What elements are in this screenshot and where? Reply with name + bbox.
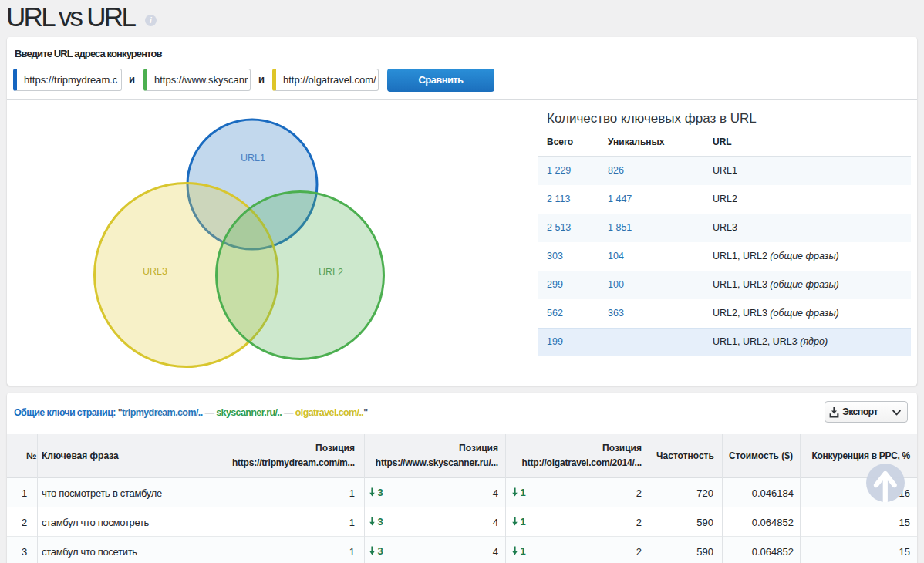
svg-text:URL3: URL3	[143, 266, 167, 277]
svg-text:URL1: URL1	[241, 153, 265, 164]
svg-text:URL2: URL2	[319, 267, 343, 278]
